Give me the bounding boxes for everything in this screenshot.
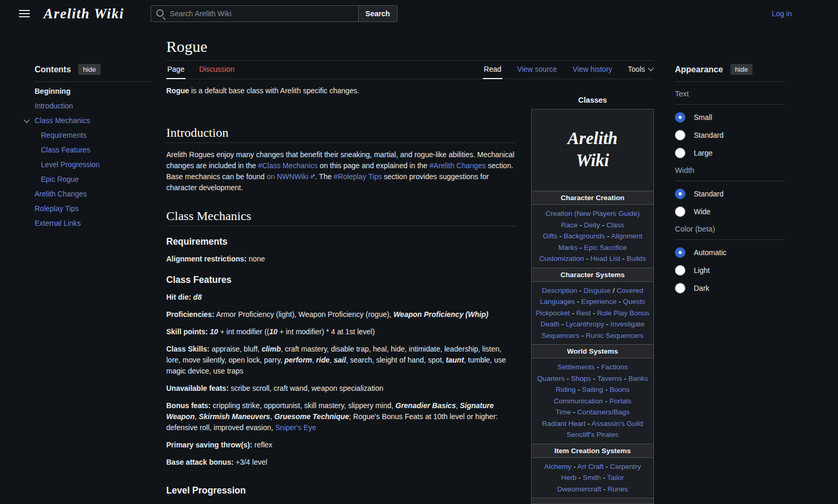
- infobox-link-alignment[interactable]: Alignment: [611, 232, 642, 240]
- appearance-option-automatic[interactable]: Automatic: [675, 247, 786, 258]
- infobox-link-class[interactable]: Class: [606, 221, 624, 229]
- login-link[interactable]: Log in: [772, 9, 792, 18]
- infobox-link-race[interactable]: Race: [561, 221, 578, 229]
- appearance-option-small[interactable]: Small: [675, 112, 786, 123]
- radio-button[interactable]: [675, 265, 685, 276]
- infobox-link-taverns[interactable]: Taverns: [597, 375, 622, 382]
- tab-tools[interactable]: Tools: [627, 65, 654, 79]
- article-link[interactable]: #Class Mechanics: [258, 161, 318, 170]
- toc-item-beginning[interactable]: Beginning: [35, 87, 152, 95]
- infobox-caption: Classes: [531, 96, 654, 104]
- toc-hide-button[interactable]: hide: [78, 64, 101, 75]
- tab-discussion[interactable]: Discussion: [198, 65, 236, 79]
- burger-bar: [19, 10, 30, 11]
- infobox-link-role-play-bonus[interactable]: Role Play Bonus: [597, 309, 650, 317]
- infobox-link-runes[interactable]: Runes: [608, 485, 628, 493]
- infobox-link-gifts[interactable]: Gifts: [543, 232, 557, 240]
- appearance-option-standard[interactable]: Standard: [675, 130, 786, 140]
- infobox-link-languages[interactable]: Languages: [540, 298, 575, 305]
- tab-read[interactable]: Read: [483, 65, 502, 79]
- tab-view-history[interactable]: View history: [572, 65, 613, 79]
- appearance-option-wide[interactable]: Wide: [675, 206, 786, 217]
- tab-page[interactable]: Page: [166, 65, 186, 79]
- site-logo[interactable]: Arelith Wiki: [44, 6, 124, 22]
- infobox-link-pickpocket[interactable]: Pickpocket: [536, 309, 570, 317]
- toc-item-class-features[interactable]: Class Features: [35, 146, 152, 154]
- infobox-link-communication[interactable]: Communication: [554, 397, 603, 405]
- toc-item-class-mechanics[interactable]: Class Mechanics: [35, 117, 152, 125]
- infobox-link-head-list[interactable]: Head List: [590, 255, 620, 262]
- appearance-option-light[interactable]: Light: [675, 265, 786, 276]
- infobox-link-creation-new-players-guide[interactable]: Creation (New Players Guide): [545, 210, 639, 217]
- main-menu-icon[interactable]: [19, 10, 30, 17]
- chevron-down-icon[interactable]: [24, 117, 29, 123]
- infobox-link-containers-bags[interactable]: Containers/Bags: [577, 408, 630, 416]
- infobox-link-marks[interactable]: Marks: [558, 244, 578, 251]
- article-link[interactable]: Sniper's Eye: [275, 423, 316, 432]
- infobox-link-covered[interactable]: Covered: [617, 287, 643, 294]
- appearance-option-standard[interactable]: Standard: [675, 189, 786, 199]
- infobox-link-banks[interactable]: Banks: [628, 375, 648, 382]
- toc-item-arelith-changes[interactable]: Arelith Changes: [35, 190, 152, 198]
- infobox-link-factions[interactable]: Factions: [601, 363, 628, 371]
- infobox-link-sequencers[interactable]: Sequencers: [542, 332, 579, 339]
- article-link[interactable]: #Arelith Changes: [429, 161, 486, 170]
- infobox-link-carpentry[interactable]: Carpentry: [610, 463, 641, 470]
- infobox-link-investigate[interactable]: Investigate: [610, 320, 644, 328]
- search-button[interactable]: Search: [358, 5, 397, 22]
- infobox-link-description[interactable]: Description: [542, 287, 577, 294]
- radio-button[interactable]: [675, 283, 685, 293]
- external-link[interactable]: on NWNWiki: [266, 172, 315, 181]
- infobox-link-riding[interactable]: Riding: [555, 386, 575, 393]
- infobox-link-dweomercraft[interactable]: Dweomercraft: [557, 485, 601, 493]
- search-input[interactable]: [151, 5, 358, 22]
- infobox-link-shops[interactable]: Shops: [571, 375, 591, 382]
- appearance-hide-button[interactable]: hide: [730, 64, 753, 75]
- toc-item-roleplay-tips[interactable]: Roleplay Tips: [35, 205, 152, 213]
- infobox-link-alchemy[interactable]: Alchemy: [544, 463, 572, 470]
- radio-button-selected[interactable]: [675, 247, 685, 258]
- infobox-link-rest[interactable]: Rest: [576, 309, 591, 317]
- infobox-link-disguise[interactable]: Disguise: [584, 287, 611, 294]
- article-link[interactable]: #Roleplay Tips: [334, 172, 382, 181]
- link-separator: -: [603, 397, 609, 405]
- infobox-link-radiant-heart[interactable]: Radiant Heart: [542, 420, 585, 428]
- infobox-link-deity[interactable]: Deity: [584, 221, 600, 229]
- infobox-link-art-craft[interactable]: Art Craft: [577, 463, 604, 470]
- infobox-link-sencliff-s-pirates[interactable]: Sencliff's Pirates: [566, 431, 618, 439]
- infobox-link-sailing[interactable]: Sailing: [582, 386, 604, 393]
- infobox-link-epic-sacrifice[interactable]: Epic Sacrifice: [584, 244, 627, 251]
- infobox-link-runic-sequencers[interactable]: Runic Sequencers: [586, 332, 643, 339]
- radio-button[interactable]: [675, 130, 685, 140]
- toc-item-epic-rogue[interactable]: Epic Rogue: [35, 176, 152, 183]
- infobox-logo[interactable]: Arelith Wiki: [532, 109, 653, 192]
- infobox-link-death[interactable]: Death: [541, 320, 560, 328]
- infobox-link-time[interactable]: Time: [555, 408, 571, 416]
- infobox-link-boons[interactable]: Boons: [609, 386, 629, 393]
- appearance-group-label-color-beta: Color (beta): [675, 225, 786, 233]
- radio-button[interactable]: [675, 148, 685, 158]
- infobox-link-tailor[interactable]: Tailor: [607, 474, 624, 481]
- infobox-link-assassin-s-guild[interactable]: Assassin's Guild: [592, 420, 643, 428]
- appearance-option-dark[interactable]: Dark: [675, 283, 786, 293]
- infobox-link-settlements[interactable]: Settlements: [557, 363, 595, 371]
- toc-item-level-progression[interactable]: Level Progression: [35, 161, 152, 169]
- toc-item-introduction[interactable]: Introduction: [35, 102, 152, 110]
- infobox-link-customization[interactable]: Customization: [539, 255, 584, 262]
- infobox-link-backgrounds[interactable]: Backgrounds: [564, 232, 605, 240]
- infobox-link-quests[interactable]: Quests: [623, 298, 646, 305]
- infobox-link-quarters[interactable]: Quarters: [537, 375, 565, 382]
- infobox-link-experience[interactable]: Experience: [581, 298, 617, 305]
- infobox-link-herb[interactable]: Herb: [561, 474, 576, 481]
- appearance-option-large[interactable]: Large: [675, 148, 786, 158]
- tab-view-source[interactable]: View source: [516, 65, 558, 79]
- infobox-link-smith[interactable]: Smith: [583, 474, 601, 481]
- radio-button-selected[interactable]: [675, 112, 685, 123]
- toc-item-requirements[interactable]: Requirements: [35, 132, 152, 139]
- radio-button[interactable]: [675, 206, 685, 217]
- infobox-link-portals[interactable]: Portals: [609, 397, 631, 405]
- radio-button-selected[interactable]: [675, 189, 685, 199]
- infobox-link-lycanthropy[interactable]: Lycanthropy: [566, 320, 604, 328]
- infobox-link-builds[interactable]: Builds: [627, 255, 646, 262]
- toc-item-external-links[interactable]: External Links: [35, 220, 152, 227]
